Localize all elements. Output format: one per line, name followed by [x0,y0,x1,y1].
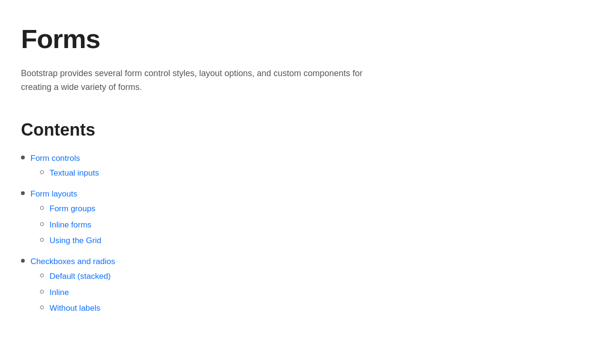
toc-link-checkboxes-and-radios[interactable]: Checkboxes and radios [30,256,115,268]
toc-item-form-controls: Form controls Textual inputs [21,152,581,183]
bullet-secondary-icon [40,274,44,277]
toc-sub-list-form-layouts: Form groups Inline forms Using the Grid [40,203,101,251]
toc-link-form-controls[interactable]: Form controls [30,152,99,165]
toc-link-default-stacked[interactable]: Default (stacked) [50,270,111,283]
toc-link-using-the-grid[interactable]: Using the Grid [50,235,101,247]
toc-sub-item-textual-inputs: Textual inputs [40,167,99,179]
bullet-secondary-icon [40,290,44,294]
bullet-secondary-icon [40,206,44,210]
bullet-icon [21,191,25,195]
bullet-secondary-icon [40,170,44,174]
toc-sub-item-default-stacked: Default (stacked) [40,270,115,283]
toc-item-checkboxes-and-radios: Checkboxes and radios Default (stacked) … [21,256,581,318]
toc-link-textual-inputs[interactable]: Textual inputs [50,167,99,179]
toc-link-form-groups[interactable]: Form groups [50,203,95,215]
toc-sub-item-using-the-grid: Using the Grid [40,235,101,247]
toc-sub-item-form-groups: Form groups [40,203,101,215]
bullet-secondary-icon [40,238,44,242]
toc-sub-list-form-controls: Textual inputs [40,167,99,183]
toc-item-form-layouts: Form layouts Form groups Inline forms Us… [21,188,581,251]
toc-sub-list-checkboxes-and-radios: Default (stacked) Inline Without labels [40,270,115,318]
bullet-secondary-icon [40,222,44,226]
bullet-secondary-icon [40,305,44,309]
toc-link-form-layouts[interactable]: Form layouts [30,188,101,200]
toc-sub-item-inline: Inline [40,286,115,299]
page-subtitle: Bootstrap provides several form control … [21,67,383,94]
toc-list: Form controls Textual inputs Form layout… [21,152,581,318]
contents-heading: Contents [21,117,581,143]
toc-link-inline-forms[interactable]: Inline forms [50,219,91,231]
bullet-icon [21,156,25,159]
toc-sub-item-without-labels: Without labels [40,302,115,315]
page-title: Forms [21,19,581,59]
toc-sub-item-inline-forms: Inline forms [40,219,101,231]
bullet-icon [21,259,25,263]
toc-link-without-labels[interactable]: Without labels [50,302,100,315]
toc-link-inline[interactable]: Inline [50,286,69,299]
